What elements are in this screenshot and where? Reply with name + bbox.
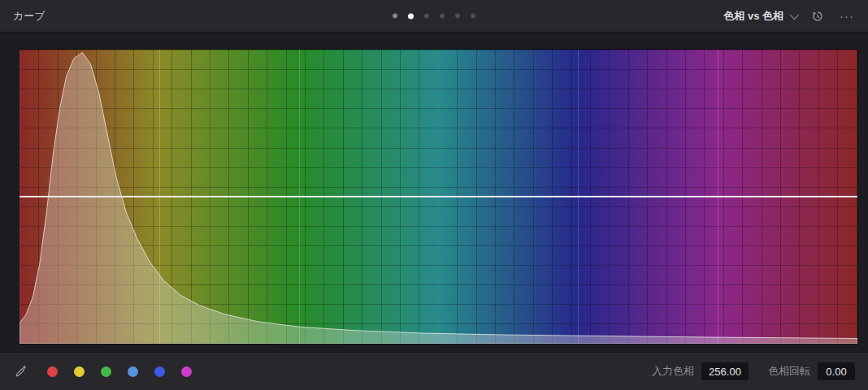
input-hue-value[interactable] xyxy=(701,362,749,380)
swatch-sky-blue[interactable] xyxy=(128,366,138,377)
more-options-icon: ··· xyxy=(840,10,854,22)
reset-history-button[interactable] xyxy=(809,8,826,24)
page-dot-2[interactable] xyxy=(424,14,429,19)
page-dot-5[interactable] xyxy=(471,14,475,19)
color-picker-button[interactable] xyxy=(13,363,29,379)
swatch-red[interactable] xyxy=(47,366,58,377)
options-menu-button[interactable]: ··· xyxy=(839,8,855,24)
curve-swatches xyxy=(47,366,192,377)
curve-mode-label: 色相 vs 色相 xyxy=(723,9,783,24)
histogram-svg xyxy=(20,50,857,344)
swatch-green[interactable] xyxy=(101,366,111,377)
page-dots xyxy=(393,13,475,19)
hue-vs-hue-curve-area[interactable] xyxy=(19,49,858,344)
panel-title: カーブ xyxy=(13,9,46,24)
swatch-yellow[interactable] xyxy=(74,366,85,377)
curve-mode-dropdown[interactable]: 色相 vs 色相 xyxy=(723,9,796,24)
value-fields: 入力色相 色相回転 xyxy=(652,362,855,380)
swatch-blue[interactable] xyxy=(154,366,165,377)
page-dot-3[interactable] xyxy=(440,14,445,19)
eyedropper-icon xyxy=(15,365,28,378)
page-dot-1[interactable] xyxy=(408,13,414,19)
curves-title-bar: カーブ 色相 vs 色相 ··· xyxy=(0,0,868,32)
input-hue-label: 入力色相 xyxy=(652,364,694,379)
titlebar-right-cluster: 色相 vs 色相 ··· xyxy=(723,8,855,24)
input-hue-field-group: 入力色相 xyxy=(652,362,749,380)
history-icon xyxy=(811,10,824,23)
page-dot-0[interactable] xyxy=(393,14,397,19)
hue-rotation-label: 色相回転 xyxy=(768,364,810,379)
swatch-magenta[interactable] xyxy=(181,366,192,377)
chevron-down-icon xyxy=(790,10,799,19)
hue-rotation-value[interactable] xyxy=(818,362,855,380)
hue-rotation-field-group: 色相回転 xyxy=(768,362,855,380)
page-dot-4[interactable] xyxy=(455,14,460,19)
curves-toolbar: 入力色相 色相回転 xyxy=(0,352,868,390)
histogram-area xyxy=(20,53,857,344)
